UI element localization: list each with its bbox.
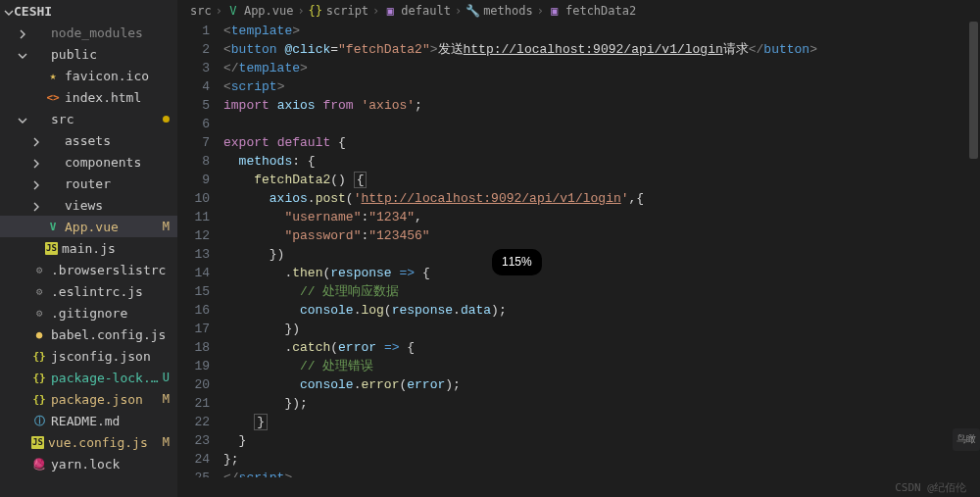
code-line-1[interactable]: <template> <box>223 22 980 40</box>
tree-item-label: .browserslistrc <box>51 263 170 277</box>
code-line-8[interactable]: methods: { <box>223 152 980 171</box>
code-line-5[interactable]: import axios from 'axios'; <box>223 96 980 115</box>
chevron-right-icon: › <box>537 4 544 18</box>
code-line-22[interactable]: } <box>223 413 980 431</box>
code-line-24[interactable]: }; <box>223 450 980 469</box>
chevron-down-icon[interactable] <box>18 114 27 124</box>
breadcrumb-script[interactable]: {}script <box>309 4 368 18</box>
explorer-root[interactable]: CESHI <box>0 0 177 22</box>
minimap-label: 鸟瞰 <box>956 434 976 445</box>
tree-item-public[interactable]: public <box>0 43 177 65</box>
code-line-16[interactable]: console.log(response.data); <box>223 301 980 320</box>
spacer <box>18 416 27 425</box>
tree-item--eslintrc-js[interactable]: ⚙.eslintrc.js <box>0 280 177 302</box>
spacer <box>18 394 27 404</box>
code-token: : <box>292 154 300 169</box>
code-line-7[interactable]: export default { <box>223 133 980 152</box>
code-token <box>223 340 284 355</box>
tree-item-readme-md[interactable]: ⓘREADME.md <box>0 410 177 431</box>
code-line-23[interactable]: } <box>223 431 980 450</box>
minimap-widget[interactable]: 鸟瞰 <box>953 428 980 451</box>
chevron-right-icon[interactable] <box>31 200 41 210</box>
code-token: console <box>300 303 354 318</box>
code-line-20[interactable]: console.error(error); <box>223 375 980 394</box>
code-line-12[interactable]: "password":"123456" <box>223 226 980 245</box>
code-body[interactable]: <template><button @click="fetchData2">发送… <box>223 22 980 477</box>
tree-item-yarn-lock[interactable]: 🧶yarn.lock <box>0 453 177 474</box>
chevron-right-icon[interactable] <box>31 135 41 145</box>
code-line-19[interactable]: // 处理错误 <box>223 357 980 375</box>
code-token: => <box>400 266 416 280</box>
tree-item-label: package-lock.json <box>51 371 159 385</box>
tree-item-assets[interactable]: assets <box>0 129 177 151</box>
code-token <box>223 396 284 411</box>
breadcrumb-fetchdata2[interactable]: ▣fetchData2 <box>548 4 636 18</box>
tree-item-favicon-ico[interactable]: ★favicon.ico <box>0 65 177 86</box>
chevron-right-icon[interactable] <box>18 27 27 37</box>
breadcrumb-methods[interactable]: 🔧methods <box>466 4 533 18</box>
tree-item-router[interactable]: router <box>0 173 177 194</box>
tree-item-node-modules[interactable]: node_modules <box>0 22 177 43</box>
scrollbar-thumb[interactable] <box>969 22 978 159</box>
line-number: 17 <box>178 320 210 338</box>
gear-icon: ⚙ <box>31 262 47 277</box>
code-token: error <box>338 340 376 355</box>
tree-item-index-html[interactable]: <>index.html <box>0 86 177 108</box>
breadcrumb-app.vue[interactable]: VApp.vue <box>226 4 294 18</box>
code-token: > <box>300 61 308 75</box>
code-line-15[interactable]: // 处理响应数据 <box>223 282 980 301</box>
breadcrumb[interactable]: src›VApp.vue›{}script›▣default›🔧methods›… <box>178 0 980 22</box>
braces-icon: {} <box>309 4 322 18</box>
tree-item-vue-config-js[interactable]: JSvue.config.jsM <box>0 431 177 453</box>
code-line-18[interactable]: .catch(error => { <box>223 338 980 357</box>
breadcrumb-default[interactable]: ▣default <box>383 4 451 18</box>
tree-item-babel-config-js[interactable]: ●babel.config.js <box>0 323 177 345</box>
code-token: axios <box>277 98 316 113</box>
tree-item-src[interactable]: src <box>0 108 177 129</box>
cube-icon: ▣ <box>548 4 562 18</box>
code-line-25[interactable]: </script> <box>223 469 980 477</box>
file-explorer[interactable]: CESHI node_modulespublic★favicon.ico<>in… <box>0 0 178 497</box>
breadcrumb-src[interactable]: src <box>190 4 212 18</box>
tree-item--gitignore[interactable]: ⚙.gitignore <box>0 302 177 323</box>
code-line-2[interactable]: <button @click="fetchData2">发送http://loc… <box>223 40 980 59</box>
line-number: 21 <box>178 394 210 413</box>
tree-item-app-vue[interactable]: VApp.vueM <box>0 216 177 237</box>
code-token: , <box>415 210 422 224</box>
code-editor[interactable]: 1234567891011121314151617181920212223242… <box>178 22 980 477</box>
code-token <box>223 284 300 299</box>
code-line-21[interactable]: }); <box>223 394 980 413</box>
tree-item-package-json[interactable]: {}package.jsonM <box>0 388 177 410</box>
code-token: > <box>809 42 817 57</box>
zoom-value: 115% <box>502 255 532 269</box>
code-line-11[interactable]: "username":"1234", <box>223 208 980 226</box>
code-token: > <box>277 79 285 94</box>
code-line-3[interactable]: </template> <box>223 59 980 77</box>
code-token: template <box>231 24 292 38</box>
code-line-4[interactable]: <script> <box>223 77 980 96</box>
tree-item-components[interactable]: components <box>0 151 177 173</box>
code-line-14[interactable]: .then(response => { <box>223 264 980 282</box>
tree-item-label: favicon.ico <box>65 69 170 83</box>
code-token <box>270 98 277 113</box>
code-token: }) <box>270 247 285 262</box>
code-line-13[interactable]: }) <box>223 245 980 264</box>
code-token <box>376 340 384 355</box>
code-line-17[interactable]: }) <box>223 320 980 338</box>
vertical-scrollbar[interactable] <box>967 22 980 477</box>
code-line-10[interactable]: axios.post('http://localhost:9092/api/v1… <box>223 189 980 208</box>
chevron-right-icon[interactable] <box>31 178 41 188</box>
tree-item-views[interactable]: views <box>0 194 177 216</box>
code-token <box>346 173 354 187</box>
tree-item-jsconfig-json[interactable]: {}jsconfig.json <box>0 345 177 367</box>
chevron-right-icon[interactable] <box>31 157 41 167</box>
code-line-9[interactable]: fetchData2() { <box>223 171 980 189</box>
tree-item-label: yarn.lock <box>51 457 170 472</box>
tree-item--browserslistrc[interactable]: ⚙.browserslistrc <box>0 259 177 280</box>
tree-item-main-js[interactable]: JSmain.js <box>0 237 177 259</box>
chevron-right-icon: › <box>455 4 462 18</box>
breadcrumb-label: src <box>190 4 212 18</box>
tree-item-package-lock-json[interactable]: {}package-lock.jsonU <box>0 367 177 388</box>
chevron-down-icon[interactable] <box>18 49 27 59</box>
code-line-6[interactable] <box>223 115 980 133</box>
